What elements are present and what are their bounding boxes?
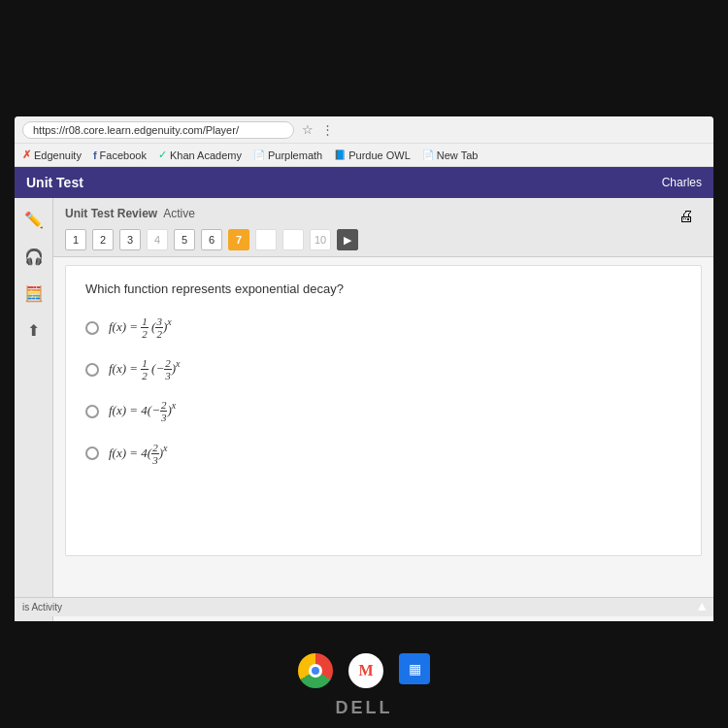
sidebar-calculator-icon[interactable]: 🧮 [22,281,46,305]
sidebar-arrow-icon[interactable]: ⬆ [22,318,46,342]
bookmark-purplemath[interactable]: 📄 Purplemath [253,149,322,161]
option-a-text: f(x) = 12 (32)x [109,315,172,340]
content-wrapper: ✏️ 🎧 🧮 ⬆ Unit Test Review Active [15,198,713,621]
option-b[interactable]: f(x) = 12 (−23)x [85,357,681,381]
browser-window: https://r08.core.learn.edgenuity.com/Pla… [15,116,713,621]
radio-d[interactable] [85,447,99,460]
username: Charles [662,176,702,189]
nav-btn-3[interactable]: 3 [119,229,141,250]
sidebar-edit-icon[interactable]: ✏️ [22,208,46,231]
status-bar: is Activity [15,597,713,616]
bookmark-star-icon[interactable]: ☆ [302,122,314,137]
bookmark-khan[interactable]: ✓ Khan Academy [158,149,242,161]
nav-btn-6[interactable]: 6 [201,229,222,250]
wifi-icon: ▲ [695,598,709,613]
active-status: Active [163,207,195,220]
nav-btn-7[interactable]: 7 [228,229,249,250]
bookmark-newtab[interactable]: 📄 New Tab [422,149,479,161]
chrome-icon[interactable] [298,653,333,688]
option-b-text: f(x) = 12 (−23)x [109,357,180,381]
taskbar: M ▦ DELL [0,621,728,728]
sidebar: ✏️ 🎧 🧮 ⬆ [15,198,53,621]
bookmarks-bar: ✗ Edgenuity f Facebook ✓ Khan Academy 📄 … [15,144,713,167]
bookmark-edgenuity[interactable]: ✗ Edgenuity [22,149,82,161]
option-d-text: f(x) = 4(23)x [109,442,167,466]
option-c[interactable]: f(x) = 4(−23)x [85,399,681,423]
menu-dots-icon[interactable]: ⋮ [321,122,334,137]
radio-b[interactable] [85,363,99,377]
option-d[interactable]: f(x) = 4(23)x [85,442,681,466]
question-area: Which function represents exponential de… [65,265,702,556]
app-area: Unit Test Charles ✏️ 🎧 🧮 ⬆ Unit Test [15,167,713,621]
nav-btn-next[interactable]: ▶ [337,229,358,250]
drive-icon[interactable]: ▦ [399,653,430,684]
nav-btn-5[interactable]: 5 [174,229,195,250]
gmail-icon[interactable]: M [348,653,383,688]
dell-logo: DELL [336,698,393,718]
option-a[interactable]: f(x) = 12 (32)x [85,315,681,340]
status-label: is Activity [22,602,62,612]
review-label: Unit Test Review [65,207,157,220]
bookmark-facebook[interactable]: f Facebook [93,149,147,161]
radio-a[interactable] [85,321,99,335]
main-content: Unit Test Review Active 🖨 1 2 3 4 5 6 [53,198,713,621]
nav-btn-9[interactable] [282,229,304,250]
print-icon[interactable]: 🖨 [678,208,694,225]
option-c-text: f(x) = 4(−23)x [109,399,176,423]
nav-btn-4[interactable]: 4 [147,229,168,250]
app-header: Unit Test Charles [15,167,713,198]
address-bar: https://r08.core.learn.edgenuity.com/Pla… [15,116,713,144]
nav-btn-2[interactable]: 2 [92,229,114,250]
question-text: Which function represents exponential de… [85,281,681,296]
nav-btn-1[interactable]: 1 [65,229,86,250]
url-input[interactable]: https://r08.core.learn.edgenuity.com/Pla… [22,121,294,139]
nav-btn-8[interactable] [255,229,277,250]
app-title: Unit Test [26,175,83,190]
nav-btn-10[interactable]: 10 [310,229,331,250]
bookmark-purdue[interactable]: 📘 Purdue OWL [334,149,411,161]
question-nav-row: 1 2 3 4 5 6 7 10 ▶ [65,229,702,256]
sidebar-headphone-icon[interactable]: 🎧 [22,245,46,268]
taskbar-icons: M ▦ [298,653,430,688]
quiz-header: Unit Test Review Active 🖨 1 2 3 4 5 6 [53,198,713,257]
radio-c[interactable] [85,405,99,418]
